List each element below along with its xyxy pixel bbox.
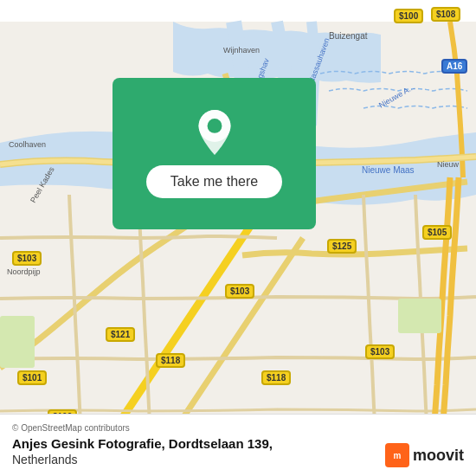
moovit-icon: m bbox=[385, 443, 409, 467]
location-pin-icon bbox=[192, 110, 237, 155]
road-badge-a16: A16 bbox=[441, 59, 467, 74]
road-badge-s103a: $103 bbox=[12, 251, 42, 266]
road-badge-s101: $101 bbox=[17, 370, 47, 385]
road-badge-s103b: $103 bbox=[225, 284, 254, 299]
road-badge-s103c: $103 bbox=[365, 344, 395, 359]
svg-text:Wijnhaven: Wijnhaven bbox=[223, 46, 260, 55]
road-badge-s125: $125 bbox=[327, 239, 357, 254]
road-badge-s108: $108 bbox=[431, 7, 460, 22]
svg-rect-1 bbox=[0, 316, 35, 368]
map-container: Buizengat Wijnhaven Nassauhaven Koningsh… bbox=[0, 0, 476, 476]
info-bar: © OpenStreetMap contributors Anjes Gesin… bbox=[0, 414, 476, 476]
svg-rect-2 bbox=[398, 299, 441, 333]
svg-text:Buizengat: Buizengat bbox=[329, 31, 368, 41]
popup-overlay: Take me there bbox=[113, 78, 316, 229]
svg-text:m: m bbox=[394, 451, 402, 460]
location-name: Anjes Gesink Fotografie, Dordtselaan 139… bbox=[12, 436, 273, 451]
road-badge-s100: $100 bbox=[394, 9, 423, 23]
svg-text:Coolhaven: Coolhaven bbox=[9, 140, 46, 149]
moovit-text: moovit bbox=[413, 447, 464, 465]
road-badge-s105: $105 bbox=[422, 225, 452, 240]
road-badge-s121: $121 bbox=[106, 327, 135, 342]
road-badge-s118b: $118 bbox=[261, 370, 291, 385]
svg-text:Nieuwe Maas: Nieuwe Maas bbox=[362, 165, 415, 175]
svg-text:Nieuw: Nieuw bbox=[437, 160, 460, 169]
location-country: Netherlands bbox=[12, 453, 78, 466]
moovit-logo: m moovit bbox=[385, 443, 464, 467]
take-me-there-button[interactable]: Take me there bbox=[146, 165, 282, 198]
copyright-text: © OpenStreetMap contributors bbox=[12, 423, 464, 433]
road-badge-s118a: $118 bbox=[156, 353, 185, 368]
svg-point-14 bbox=[207, 119, 222, 133]
svg-text:Noordpijp: Noordpijp bbox=[7, 267, 41, 276]
